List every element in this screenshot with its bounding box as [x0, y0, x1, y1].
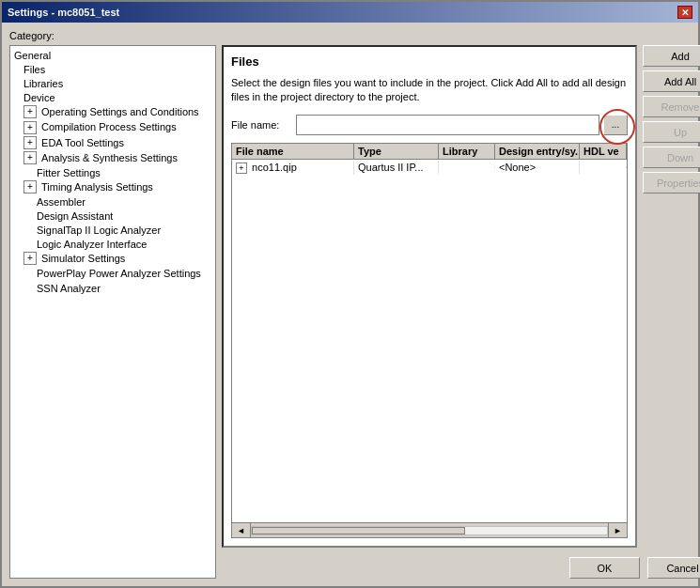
category-label: Category:	[9, 30, 691, 41]
sidebar-item-timing[interactable]: + Timing Analysis Settings	[10, 179, 215, 194]
add-all-button[interactable]: Add All	[643, 70, 700, 92]
sidebar-item-eda[interactable]: + EDA Tool Settings	[10, 135, 215, 150]
sidebar-item-analysis[interactable]: + Analysis & Synthesis Settings	[10, 150, 215, 165]
sidebar-item-general[interactable]: General	[10, 48, 215, 62]
expander-compilation[interactable]: +	[23, 121, 37, 134]
sidebar-item-operating[interactable]: + Operating Settings and Conditions	[10, 104, 215, 119]
file-table-body[interactable]: + nco11.qip Quartus II IP... <None>	[232, 160, 627, 522]
ok-button[interactable]: OK	[569, 557, 640, 579]
expander-eda[interactable]: +	[23, 136, 37, 149]
sidebar-item-design-assistant[interactable]: Design Assistant	[10, 209, 215, 223]
main-content: General Files Libraries Device + Operati…	[9, 45, 691, 579]
cell-design: <None>	[495, 161, 580, 174]
files-panel-description: Select the design files you want to incl…	[231, 76, 628, 105]
sidebar-item-files[interactable]: Files	[10, 62, 215, 76]
cell-type: Quartus II IP...	[354, 161, 439, 174]
down-button[interactable]: Down	[643, 147, 700, 168]
close-button[interactable]: ✕	[677, 6, 692, 19]
cell-hdl	[580, 166, 627, 168]
row-expand-icon[interactable]: +	[236, 162, 247, 174]
sidebar-item-logic-analyzer[interactable]: Logic Analyzer Interface	[10, 237, 215, 251]
sidebar-item-logic-analyzer-label: Logic Analyzer Interface	[37, 239, 147, 250]
sidebar-item-compilation[interactable]: + Compilation Process Settings	[10, 119, 215, 134]
sidebar-item-analysis-label: Analysis & Synthesis Settings	[41, 152, 178, 163]
sidebar-item-signaltap[interactable]: SignalTap II Logic Analyzer	[10, 223, 215, 237]
remove-button[interactable]: Remove	[643, 96, 700, 117]
sidebar-item-fitter-label: Fitter Settings	[37, 167, 101, 178]
cell-library	[439, 166, 495, 168]
panel-with-buttons: Files Select the design files you want t…	[222, 45, 700, 548]
sidebar-item-libraries-label: Libraries	[23, 78, 63, 89]
sidebar-item-operating-label: Operating Settings and Conditions	[41, 106, 199, 117]
sidebar-item-libraries[interactable]: Libraries	[10, 76, 215, 90]
file-name-label: File name:	[231, 119, 292, 131]
files-panel: Files Select the design files you want t…	[222, 45, 637, 548]
sidebar[interactable]: General Files Libraries Device + Operati…	[9, 45, 216, 579]
sidebar-item-simulator-label: Simulator Settings	[41, 253, 125, 264]
col-header-hdl: HDL ve	[580, 144, 627, 159]
sidebar-item-assembler[interactable]: Assembler	[10, 194, 215, 209]
sidebar-item-eda-label: EDA Tool Settings	[41, 137, 124, 148]
expander-analysis[interactable]: +	[23, 151, 37, 164]
sidebar-item-assembler-label: Assembler	[37, 196, 86, 208]
properties-button[interactable]: Properties	[643, 172, 700, 193]
sidebar-item-powerplay-label: PowerPlay Power Analyzer Settings	[37, 269, 201, 280]
sidebar-item-signaltap-label: SignalTap II Logic Analyzer	[37, 224, 161, 236]
sidebar-item-compilation-label: Compilation Process Settings	[41, 122, 177, 133]
sidebar-item-general-label: General	[14, 50, 51, 61]
sidebar-item-design-assistant-label: Design Assistant	[37, 210, 113, 222]
sidebar-item-fitter[interactable]: Fitter Settings	[10, 165, 215, 179]
file-input-row: File name: ...	[231, 115, 628, 135]
horizontal-scrollbar-area: ◄ ►	[232, 522, 627, 537]
action-buttons: Add Add All Remove Up Down Properties	[643, 45, 700, 548]
sidebar-item-simulator[interactable]: + Simulator Settings	[10, 251, 215, 266]
sidebar-item-device[interactable]: Device	[10, 90, 215, 104]
col-header-design: Design entry/sy...	[495, 144, 580, 159]
sidebar-item-timing-label: Timing Analysis Settings	[41, 181, 153, 193]
expander-simulator[interactable]: +	[23, 252, 37, 265]
file-name-input[interactable]	[296, 115, 599, 135]
scroll-left-button[interactable]: ◄	[232, 523, 251, 538]
sidebar-item-ssn-label: SSN Analyzer	[37, 283, 101, 294]
scroll-right-button[interactable]: ►	[608, 523, 627, 538]
title-bar: Settings - mc8051_test ✕	[2, 2, 698, 23]
sidebar-item-files-label: Files	[23, 64, 45, 75]
col-header-filename: File name	[232, 144, 354, 159]
expander-timing[interactable]: +	[23, 180, 37, 193]
right-panel: Files Select the design files you want t…	[222, 45, 700, 579]
cell-filename: + nco11.qip	[232, 161, 354, 175]
file-table-header: File name Type Library Design entry/sy..…	[232, 144, 627, 160]
expander-operating[interactable]: +	[23, 105, 37, 118]
sidebar-item-ssn[interactable]: SSN Analyzer	[10, 281, 215, 295]
cancel-button[interactable]: Cancel	[647, 557, 700, 579]
scrollbar-track[interactable]	[251, 526, 608, 535]
col-header-library: Library	[439, 144, 495, 159]
col-header-type: Type	[354, 144, 439, 159]
file-table: File name Type Library Design entry/sy..…	[231, 143, 628, 538]
up-button[interactable]: Up	[643, 121, 700, 143]
scrollbar-thumb[interactable]	[252, 527, 465, 534]
window-body: Category: General Files Libraries Device	[2, 23, 698, 586]
sidebar-item-powerplay[interactable]: PowerPlay Power Analyzer Settings	[10, 266, 215, 280]
files-panel-title: Files	[231, 54, 628, 69]
add-button[interactable]: Add	[643, 45, 700, 67]
table-row[interactable]: + nco11.qip Quartus II IP... <None>	[232, 160, 627, 176]
main-window: Settings - mc8051_test ✕ Category: Gener…	[0, 0, 700, 588]
sidebar-item-device-label: Device	[23, 92, 55, 103]
browse-button[interactable]: ...	[603, 115, 628, 135]
bottom-buttons: OK Cancel	[222, 553, 700, 579]
window-title: Settings - mc8051_test	[8, 7, 119, 18]
